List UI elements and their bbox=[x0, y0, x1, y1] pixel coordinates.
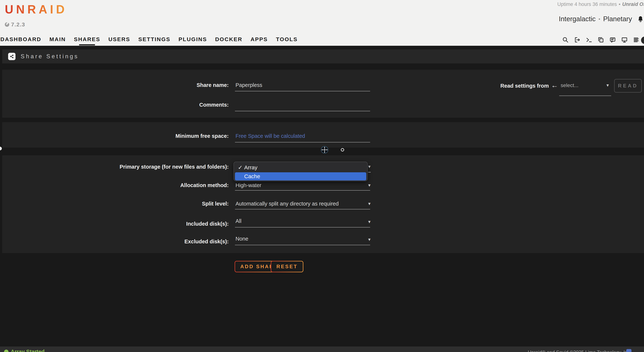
primary-storage-dropdown-menu: ✓Array Cache bbox=[234, 162, 368, 181]
os-edition-label: Unraid OS Starter bbox=[622, 2, 644, 7]
page-title: Share Settings bbox=[21, 53, 79, 60]
nav-item-users[interactable]: USERS bbox=[108, 36, 130, 44]
nav-item-settings[interactable]: SETTINGS bbox=[138, 36, 170, 44]
reset-button[interactable]: RESET bbox=[271, 261, 303, 272]
edge-dot bbox=[0, 147, 2, 150]
check-icon: ✓ bbox=[238, 164, 244, 172]
version-label: 7.2.3 bbox=[11, 22, 25, 28]
nav-item-docker[interactable]: DOCKER bbox=[215, 36, 242, 44]
status-dot-icon bbox=[4, 350, 8, 352]
nav-utility-icons bbox=[562, 36, 640, 43]
primary-storage-label: Primary storage (for new files and folde… bbox=[0, 163, 229, 170]
logout-icon[interactable] bbox=[574, 36, 580, 43]
uptime-line: Uptime 4 hours 36 minutes•Unraid OS Star… bbox=[557, 2, 644, 7]
read-settings-underline bbox=[559, 96, 611, 96]
min-free-space-input[interactable]: Free Space will be calculated bbox=[236, 132, 368, 140]
share-network-icon bbox=[8, 53, 16, 60]
split-level-label: Split level: bbox=[0, 200, 229, 207]
nav-item-shares[interactable]: SHARES bbox=[74, 36, 100, 44]
nav-item-main[interactable]: MAIN bbox=[50, 36, 66, 44]
main-navbar: DASHBOARD MAIN SHARES USERS SETTINGS PLU… bbox=[0, 36, 644, 46]
excluded-disks-underline bbox=[235, 245, 370, 245]
crosshair-cursor-icon bbox=[320, 146, 329, 154]
uptime-text: Uptime 4 hours 36 minutes bbox=[557, 2, 617, 7]
primary-storage-underline bbox=[368, 172, 371, 172]
included-disks-chevron-icon[interactable]: ▼ bbox=[367, 219, 372, 225]
split-level-select[interactable]: Automatically split any directory as req… bbox=[236, 200, 368, 207]
unraid-logo[interactable]: UNRAID bbox=[5, 2, 67, 16]
comments-input[interactable] bbox=[236, 101, 368, 108]
display-icon[interactable] bbox=[621, 36, 628, 43]
footer-copyright: Unraid® and Squid ©2025 Lime Technology,… bbox=[528, 350, 631, 352]
footer-forum-icon[interactable] bbox=[626, 349, 632, 352]
included-disks-select[interactable]: All bbox=[236, 217, 368, 225]
dropdown-option-cache[interactable]: Cache bbox=[235, 172, 366, 180]
server-identity: Intergalactic • Planetary bbox=[559, 15, 644, 23]
read-button[interactable]: READ bbox=[614, 79, 642, 92]
comments-underline bbox=[235, 111, 370, 111]
dropdown-option-array[interactable]: ✓Array bbox=[234, 164, 367, 172]
chevron-down-icon[interactable]: ▼ bbox=[606, 83, 610, 88]
version-badge: 7.2.3 bbox=[5, 22, 25, 28]
avatar-icon[interactable] bbox=[641, 36, 644, 44]
page-title-bar: Share Settings bbox=[2, 50, 644, 64]
excluded-disks-chevron-icon[interactable]: ▼ bbox=[367, 237, 372, 242]
excluded-disks-label: Excluded disk(s): bbox=[0, 238, 229, 245]
read-settings-select[interactable]: select... bbox=[561, 82, 578, 88]
split-level-underline bbox=[235, 209, 370, 210]
nav-item-plugins[interactable]: PLUGINS bbox=[178, 36, 207, 44]
copy-icon[interactable] bbox=[598, 36, 604, 43]
server-description: Planetary bbox=[603, 15, 632, 23]
included-disks-label: Included disk(s): bbox=[0, 220, 229, 228]
notification-bell-icon[interactable] bbox=[637, 15, 644, 23]
allocation-underline bbox=[235, 190, 370, 190]
min-free-space-label: Minimum free space: bbox=[0, 132, 229, 140]
nav-item-tools[interactable]: TOOLS bbox=[276, 36, 298, 44]
search-icon[interactable] bbox=[562, 36, 569, 43]
nav-item-dashboard[interactable]: DASHBOARD bbox=[0, 36, 41, 44]
array-status: Array Started bbox=[4, 349, 45, 352]
share-name-input[interactable]: Paperpless bbox=[236, 81, 368, 89]
comments-label: Comments: bbox=[0, 101, 229, 108]
included-disks-underline bbox=[235, 227, 370, 228]
uptime-separator: • bbox=[617, 2, 622, 7]
version-dot-icon bbox=[5, 22, 9, 27]
nav-item-apps[interactable]: APPS bbox=[250, 36, 268, 44]
panel-share-identity bbox=[2, 70, 644, 118]
unraid-webgui: UNRAID 7.2.3 Uptime 4 hours 36 minutes•U… bbox=[0, 0, 644, 352]
feedback-icon[interactable] bbox=[609, 36, 616, 43]
min-free-space-underline bbox=[235, 142, 370, 142]
excluded-disks-select[interactable]: None bbox=[236, 235, 368, 242]
read-settings-label: Read settings from bbox=[472, 82, 549, 90]
array-status-text: Array Started bbox=[11, 349, 45, 352]
share-name-underline bbox=[235, 91, 370, 91]
arrow-left-icon: ← bbox=[551, 81, 558, 89]
share-name-label: Share name: bbox=[0, 81, 229, 89]
split-level-chevron-icon[interactable]: ▼ bbox=[367, 201, 372, 206]
allocation-method-label: Allocation method: bbox=[0, 182, 229, 189]
log-icon[interactable] bbox=[633, 36, 640, 43]
server-name: Intergalactic bbox=[559, 15, 596, 23]
terminal-icon[interactable] bbox=[586, 36, 592, 43]
nav-items: DASHBOARD MAIN SHARES USERS SETTINGS PLU… bbox=[0, 36, 298, 44]
click-marker-circle bbox=[341, 148, 344, 152]
allocation-method-select[interactable]: High-water bbox=[236, 182, 368, 189]
server-separator: • bbox=[596, 16, 603, 22]
allocation-chevron-icon[interactable]: ▼ bbox=[367, 183, 372, 188]
